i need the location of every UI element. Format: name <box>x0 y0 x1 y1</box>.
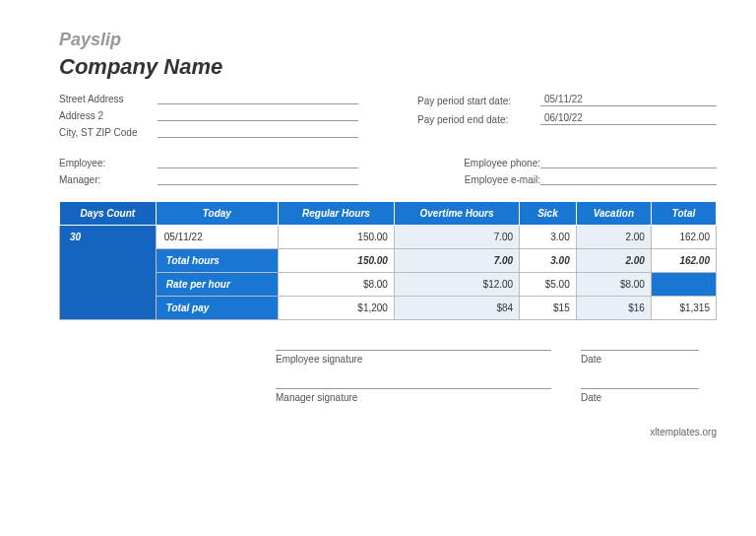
days-count-value: 30 <box>60 226 157 320</box>
rate-overtime: $12.00 <box>394 273 519 297</box>
total-hours-regular: 150.00 <box>278 249 394 273</box>
pay-sick: $15 <box>520 297 577 320</box>
manager-field[interactable] <box>158 183 358 185</box>
total-hours-total: 162.00 <box>651 249 716 273</box>
total-hours-sick: 3.00 <box>520 249 577 273</box>
pay-regular: $1,200 <box>278 297 394 320</box>
overtime-hours-value: 7.00 <box>394 226 519 249</box>
rate-regular: $8.00 <box>278 273 394 297</box>
manager-label: Manager: <box>59 174 158 185</box>
col-total: Total <box>651 202 716 226</box>
street-address-label: Street Address <box>59 94 158 104</box>
total-pay-label: Total pay <box>156 297 278 320</box>
manager-signature-date[interactable]: Date <box>581 388 699 403</box>
employee-email-label: Employee e-mail: <box>417 174 540 185</box>
today-value: 05/11/22 <box>156 226 278 249</box>
rate-label: Rate per hour <box>156 273 278 297</box>
col-vacation: Vacation <box>576 202 651 226</box>
total-hours-label: Total hours <box>156 249 278 273</box>
street-address-field[interactable] <box>158 102 358 104</box>
col-today: Today <box>156 202 278 226</box>
period-start-field[interactable]: 05/11/22 <box>540 94 717 106</box>
rate-vacation: $8.00 <box>576 273 651 297</box>
total-value: 162.00 <box>651 226 716 249</box>
table-row-total-pay: Total pay $1,200 $84 $15 $16 $1,315 <box>60 297 717 320</box>
period-start-label: Pay period start date: <box>417 96 540 106</box>
employee-label: Employee: <box>59 158 158 168</box>
col-sick: Sick <box>520 202 577 226</box>
table-row-rate: Rate per hour $8.00 $12.00 $5.00 $8.00 <box>60 273 717 297</box>
footer-credit: xltemplates.org <box>59 427 717 437</box>
rate-sick: $5.00 <box>520 273 577 297</box>
employee-phone-label: Employee phone: <box>417 158 540 168</box>
pay-overtime: $84 <box>394 297 519 320</box>
table-header-row: Days Count Today Regular Hours Overtime … <box>60 202 717 226</box>
payslip-table: Days Count Today Regular Hours Overtime … <box>59 201 717 320</box>
regular-hours-value: 150.00 <box>278 226 394 249</box>
table-row-total-hours: Total hours 150.00 7.00 3.00 2.00 162.00 <box>60 249 717 273</box>
address2-label: Address 2 <box>59 110 158 121</box>
city-zip-label: City, ST ZIP Code <box>59 127 158 138</box>
employee-phone-field[interactable] <box>540 167 717 168</box>
period-end-field[interactable]: 06/10/22 <box>540 112 717 125</box>
vacation-value: 2.00 <box>576 226 651 249</box>
company-name: Company Name <box>59 54 717 80</box>
employee-email-field[interactable] <box>540 183 717 185</box>
col-days-count: Days Count <box>60 202 157 226</box>
payslip-title: Payslip <box>59 30 717 50</box>
rate-total <box>651 273 716 297</box>
period-end-label: Pay period end date: <box>417 114 540 125</box>
pay-vacation: $16 <box>576 297 651 320</box>
sick-value: 3.00 <box>520 226 577 249</box>
address2-field[interactable] <box>158 119 358 121</box>
manager-signature-line[interactable]: Manager signature <box>276 388 551 403</box>
col-regular-hours: Regular Hours <box>278 202 394 226</box>
pay-total: $1,315 <box>651 297 716 320</box>
employee-signature-line[interactable]: Employee signature <box>276 350 551 365</box>
col-overtime-hours: Overtime Hours <box>394 202 519 226</box>
city-zip-field[interactable] <box>158 136 358 138</box>
total-hours-overtime: 7.00 <box>394 249 519 273</box>
total-hours-vacation: 2.00 <box>576 249 651 273</box>
table-row: 30 05/11/22 150.00 7.00 3.00 2.00 162.00 <box>60 226 717 249</box>
employee-field[interactable] <box>158 167 358 168</box>
employee-signature-date[interactable]: Date <box>581 350 699 365</box>
